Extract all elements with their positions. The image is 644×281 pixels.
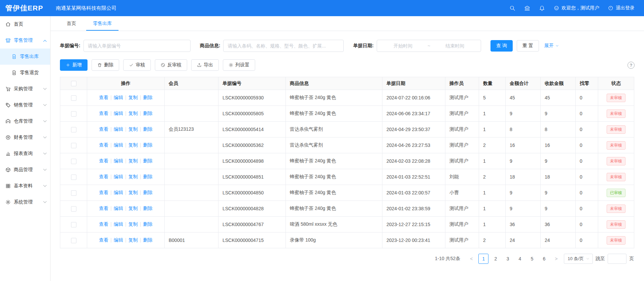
row-action-delete[interactable]: 删除 (143, 190, 152, 195)
logout-button[interactable]: 退出登录 (608, 5, 635, 11)
select-all-checkbox[interactable] (71, 81, 76, 86)
page-button-4[interactable]: 4 (515, 254, 525, 264)
delete-button[interactable]: 删除 (92, 59, 119, 71)
sidebar-item-retail[interactable]: 零售管理 (0, 32, 50, 49)
page-button-3[interactable]: 3 (503, 254, 513, 264)
row-action-view[interactable]: 查看 (99, 190, 108, 195)
cell-received: 16 (541, 137, 576, 153)
sidebar-item-sales[interactable]: 销售管理 (0, 97, 50, 113)
row-checkbox[interactable] (71, 222, 76, 227)
row-action-copy[interactable]: 复制 (128, 237, 138, 243)
page-button-5[interactable]: 5 (527, 254, 537, 264)
row-checkbox[interactable] (71, 206, 76, 212)
bill-no-input[interactable] (83, 40, 191, 52)
product-info-input[interactable] (223, 40, 344, 52)
row-action-view[interactable]: 查看 (99, 158, 108, 163)
search-button[interactable]: 查 询 (490, 40, 513, 52)
row-action-delete[interactable]: 删除 (143, 237, 152, 243)
next-page-button[interactable]: > (551, 254, 561, 264)
sidebar-item-purchase[interactable]: 采购管理 (0, 81, 50, 97)
row-checkbox[interactable] (71, 111, 76, 117)
sidebar-item-basic[interactable]: 基本资料 (0, 178, 50, 194)
row-checkbox[interactable] (71, 159, 76, 164)
row-action-view[interactable]: 查看 (99, 206, 108, 211)
page-size-select[interactable]: 10 条/页 (564, 254, 593, 264)
sidebar-item-retail-return[interactable]: 零售退货 (0, 65, 50, 81)
row-action-delete[interactable]: 删除 (143, 158, 152, 163)
row-action-view[interactable]: 查看 (99, 142, 108, 148)
row-action-edit[interactable]: 编辑 (114, 221, 123, 227)
search-icon[interactable] (509, 5, 515, 11)
help-icon[interactable]: ? (628, 62, 635, 69)
row-action-delete[interactable]: 删除 (143, 95, 152, 100)
date-range-picker[interactable]: ~ (377, 40, 481, 52)
bank-icon[interactable] (524, 5, 530, 11)
row-action-edit[interactable]: 编辑 (114, 126, 123, 132)
row-action-edit[interactable]: 编辑 (114, 174, 123, 179)
row-action-view[interactable]: 查看 (99, 126, 108, 132)
action-divider: | (140, 206, 141, 211)
page-button-6[interactable]: 6 (539, 254, 549, 264)
row-action-edit[interactable]: 编辑 (114, 190, 123, 195)
sidebar-item-retail-outbound[interactable]: 零售出库 (0, 49, 50, 65)
row-action-copy[interactable]: 复制 (128, 111, 138, 116)
row-action-copy[interactable]: 复制 (128, 190, 138, 195)
row-action-view[interactable]: 查看 (99, 221, 108, 227)
row-action-edit[interactable]: 编辑 (114, 158, 123, 163)
row-action-delete[interactable]: 删除 (143, 174, 152, 179)
sidebar-item-warehouse[interactable]: 仓库管理 (0, 113, 50, 129)
tab-home[interactable]: 首页 (60, 16, 83, 31)
row-action-copy[interactable]: 复制 (128, 95, 138, 100)
row-action-view[interactable]: 查看 (99, 237, 108, 243)
column-settings-button[interactable]: 列设置 (223, 59, 255, 71)
row-checkbox[interactable] (71, 95, 76, 101)
row-action-edit[interactable]: 编辑 (114, 237, 123, 243)
row-action-delete[interactable]: 删除 (143, 221, 152, 227)
row-action-copy[interactable]: 复制 (128, 158, 138, 163)
row-action-view[interactable]: 查看 (99, 174, 108, 179)
row-action-edit[interactable]: 编辑 (114, 111, 123, 116)
row-action-copy[interactable]: 复制 (128, 174, 138, 179)
row-action-copy[interactable]: 复制 (128, 142, 138, 148)
date-start-input[interactable] (380, 43, 426, 49)
row-checkbox[interactable] (71, 238, 76, 243)
row-action-delete[interactable]: 删除 (143, 142, 152, 148)
row-action-edit[interactable]: 编辑 (114, 95, 123, 100)
bell-icon[interactable] (539, 5, 545, 11)
row-action-edit[interactable]: 编辑 (114, 142, 123, 148)
sidebar-item-goods[interactable]: 商品管理 (0, 162, 50, 178)
row-checkbox[interactable] (71, 175, 76, 180)
sidebar-item-home[interactable]: 首页 (0, 16, 50, 32)
tab-retail-outbound[interactable]: 零售出库 (86, 16, 118, 31)
row-action-copy[interactable]: 复制 (128, 126, 138, 132)
row-action-copy[interactable]: 复制 (128, 221, 138, 227)
row-action-view[interactable]: 查看 (99, 95, 108, 100)
add-button[interactable]: 新增 (60, 59, 88, 71)
expand-link[interactable]: 展开 (544, 43, 559, 49)
page-button-2[interactable]: 2 (490, 254, 501, 264)
cell-operator: 测试用户 (445, 122, 479, 137)
date-end-input[interactable] (432, 43, 477, 49)
sidebar-item-finance[interactable]: 财务管理 (0, 129, 50, 146)
row-action-edit[interactable]: 编辑 (114, 206, 123, 211)
row-action-view[interactable]: 查看 (99, 111, 108, 116)
row-action-delete[interactable]: 删除 (143, 111, 152, 116)
row-action-delete[interactable]: 删除 (143, 126, 152, 132)
row-checkbox[interactable] (71, 127, 76, 132)
cell-operator: 测试用户 (445, 232, 479, 248)
unaudit-button[interactable]: 反审核 (155, 59, 187, 71)
user-welcome[interactable]: 欢迎您，测试用户 (554, 5, 599, 11)
prev-page-button[interactable]: < (466, 254, 476, 264)
reset-button[interactable]: 重 置 (517, 40, 539, 52)
export-button[interactable]: 导出 (191, 59, 219, 71)
cell-member (165, 137, 218, 153)
row-action-copy[interactable]: 复制 (128, 206, 138, 211)
row-action-delete[interactable]: 删除 (143, 206, 152, 211)
page-button-1[interactable]: 1 (478, 254, 488, 264)
audit-button[interactable]: 审核 (123, 59, 151, 71)
row-checkbox[interactable] (71, 143, 76, 148)
sidebar-item-report[interactable]: 报表查询 (0, 146, 50, 162)
jump-page-input[interactable] (608, 254, 626, 264)
row-checkbox[interactable] (71, 190, 76, 196)
sidebar-item-system[interactable]: 系统管理 (0, 194, 50, 210)
